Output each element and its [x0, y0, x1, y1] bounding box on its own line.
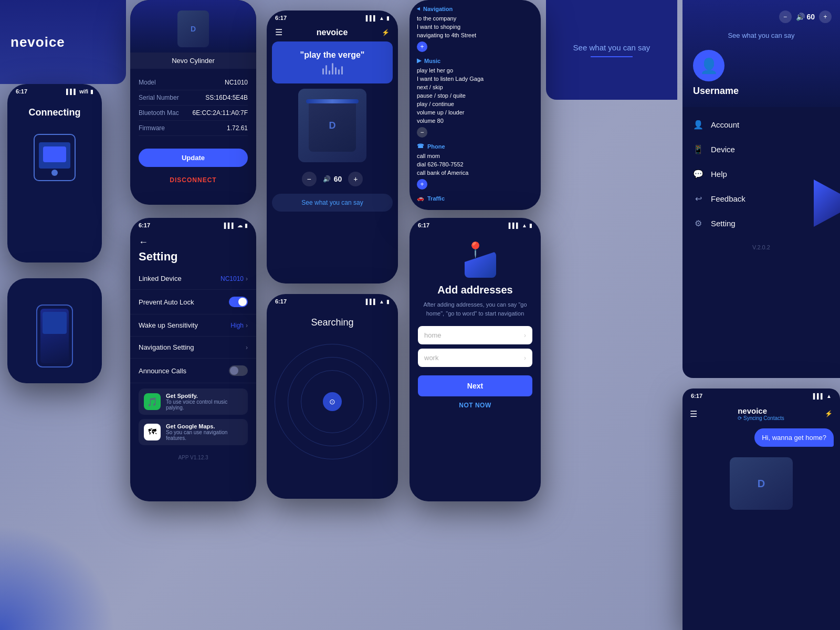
radar-area: ⊙ — [267, 339, 398, 465]
serial-label: Serial Number — [139, 94, 179, 101]
volume-value: 60 — [334, 175, 342, 183]
firmware-label: Firmware — [139, 124, 165, 132]
profile-top: − 🔊 60 + See what you can say 👤 Username — [682, 0, 840, 107]
status-time-addresses: 6:17 — [418, 222, 429, 228]
phone-commands: ◂ Navigation to the company I want to sh… — [410, 0, 541, 210]
nav-plus-button[interactable]: + — [417, 41, 427, 52]
cylinder-chat: D — [730, 457, 793, 510]
traffic-section: 🚗 Traffic — [417, 195, 533, 202]
connecting-title: Connecting — [29, 107, 81, 118]
linked-device-value: NC1010 › — [220, 275, 248, 282]
searching-title: Searching — [267, 307, 398, 339]
wave-bar-4 — [332, 63, 333, 75]
not-now-button[interactable]: NOT NOW — [454, 396, 497, 414]
phone-screen-inner — [39, 142, 70, 169]
signal-icon-s: ▌▌▌ — [224, 223, 235, 228]
prevent-lock-row[interactable]: Prevent Auto Lock — [130, 290, 256, 314]
settings-status-icons: ▌▌▌ ☁ ▮ — [224, 223, 248, 228]
phone-outline-icon — [34, 134, 76, 181]
music-item-1: play let her go — [417, 66, 533, 75]
chat-hamburger-menu[interactable]: ☰ — [690, 409, 697, 419]
phone-sm-screen-inner — [40, 309, 69, 363]
phone-item-1: call mom — [417, 152, 533, 160]
decorative-blob — [0, 525, 116, 630]
bluetooth-icon: ⚡ — [382, 29, 390, 36]
traffic-section-header: 🚗 Traffic — [417, 195, 533, 202]
phone-small-content — [7, 278, 102, 383]
wifi-icon-sr: ▲ — [379, 299, 384, 304]
linked-device-row[interactable]: Linked Device NC1010 › — [130, 268, 256, 290]
account-menu-item[interactable]: 👤 Account — [682, 112, 840, 137]
firmware-row: Firmware 1.72.61 — [139, 121, 248, 136]
chat-status-icons: ▌▌▌ ▲ — [813, 393, 832, 399]
profile-vol-minus[interactable]: − — [779, 10, 792, 23]
settings-title: Setting — [139, 250, 248, 264]
next-button[interactable]: Next — [418, 375, 532, 396]
signal-icon-sr: ▌▌▌ — [366, 299, 377, 304]
disconnect-button[interactable]: DISCONNECT — [130, 173, 256, 187]
status-bar-main: 6:17 ▌▌▌ ▲ ▮ — [267, 10, 398, 23]
maps-promo-text: Get Google Maps. So you can use navigati… — [166, 423, 243, 441]
work-address-input[interactable]: work › — [418, 349, 532, 367]
hamburger-menu[interactable]: ☰ — [275, 27, 282, 37]
signal-icon-c: ▌▌▌ — [813, 393, 824, 399]
volume-minus-btn[interactable]: − — [302, 172, 317, 186]
home-address-input[interactable]: home › — [418, 326, 532, 344]
profile-vol-plus[interactable]: + — [819, 10, 832, 23]
status-time-connecting: 6:17 — [16, 88, 27, 94]
nav-icon: ◂ — [417, 5, 420, 12]
device-info-table: Model NC1010 Serial Number SS:16D4:5E4B … — [130, 69, 256, 142]
addresses-status-icons: ▌▌▌ ▲ ▮ — [509, 223, 532, 228]
phone-plus-button[interactable]: + — [417, 179, 427, 190]
username: Username — [693, 86, 830, 97]
see-what-say-button[interactable]: See what you can say — [272, 194, 393, 212]
sync-icon: ⟳ — [738, 415, 742, 421]
add-addresses-subtitle: After adding addresses, you can say "go … — [418, 300, 532, 318]
app-logo: nevoice — [10, 34, 65, 50]
phone-connecting-screen: 6:17 ▌▌▌ wifi ▮ Connecting — [7, 84, 102, 262]
announce-calls-toggle[interactable] — [229, 365, 248, 376]
chat-logo-area: nevoice ⟳ Syncing Contacts — [738, 406, 784, 421]
nav-item-1: to the company — [417, 14, 533, 23]
battery-icon-sr: ▮ — [386, 299, 390, 304]
main-logo: nevoice — [317, 28, 348, 37]
maps-sub: So you can use navigation features. — [166, 429, 243, 441]
device-menu-item[interactable]: 📱 Device — [682, 137, 840, 162]
status-bar-settings: 6:17 ▌▌▌ ☁ ▮ — [130, 218, 256, 230]
wave-bar-7 — [341, 66, 343, 75]
chat-bubble: Hi, wanna get home? — [754, 428, 834, 447]
spotify-promo-card[interactable]: 🎵 Get Spotify. To use voice control musi… — [139, 388, 248, 415]
battery-icon-s: ▮ — [245, 223, 248, 228]
see-what-top-right-panel: See what you can say — [546, 0, 677, 100]
nav-setting-row[interactable]: Navigation Setting › — [130, 337, 256, 359]
nav-section-header: ◂ Navigation — [417, 5, 533, 12]
wakeup-label: Wake up Sensitivity — [139, 321, 198, 329]
back-button[interactable]: ← — [139, 237, 248, 248]
chevron-icon-wu: › — [246, 322, 248, 329]
voice-area-content: "play the verge" — [300, 50, 365, 75]
serial-row: Serial Number SS:16D4:5E4B — [139, 90, 248, 106]
status-icons: ▌▌▌ wifi ▮ — [66, 89, 93, 94]
wakeup-row[interactable]: Wake up Sensitivity High › — [130, 314, 256, 337]
bluetooth-row: Bluetooth Mac 6E:CC:2A:11:A0:7F — [139, 106, 248, 121]
model-value: NC1010 — [225, 79, 248, 86]
music-item-4: pause / stop / quite — [417, 91, 533, 100]
music-minus-button[interactable]: − — [417, 127, 427, 138]
see-what-profile: See what you can say — [693, 32, 830, 39]
status-bar-searching: 6:17 ▌▌▌ ▲ ▮ — [267, 294, 398, 307]
maps-promo-card[interactable]: 🗺 Get Google Maps. So you can use naviga… — [139, 419, 248, 445]
profile-vol-display: 🔊 60 — [796, 13, 815, 21]
wave-bar-1 — [322, 68, 324, 75]
wave-bar-5 — [335, 67, 337, 75]
chat-device-bottom: D — [682, 452, 840, 515]
traffic-icon: 🚗 — [417, 195, 424, 202]
prevent-lock-toggle[interactable] — [229, 297, 248, 307]
phone-main: 6:17 ▌▌▌ ▲ ▮ ☰ nevoice ⚡ "play the verge… — [267, 10, 398, 284]
phone-chat-screen: 6:17 ▌▌▌ ▲ ☰ nevoice ⟳ Syncing Contacts … — [682, 388, 840, 630]
volume-plus-btn[interactable]: + — [348, 172, 363, 186]
battery-icon-m: ▮ — [386, 15, 390, 21]
setting-icon: ⚙ — [693, 218, 704, 228]
announce-calls-row[interactable]: Announce Calls — [130, 359, 256, 383]
update-button[interactable]: Update — [139, 149, 248, 167]
phone-section-label: Phone — [427, 143, 445, 150]
